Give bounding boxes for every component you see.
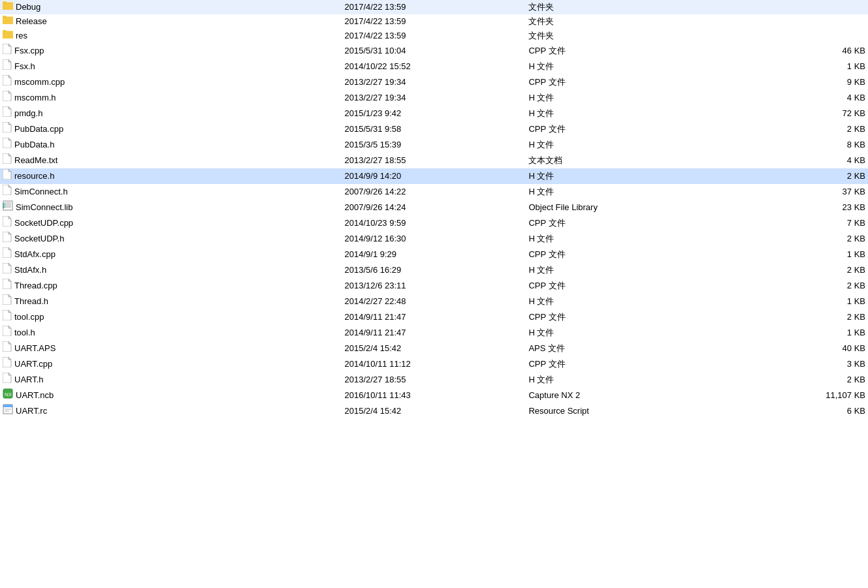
file-name: Debug [0,0,342,14]
file-type: CPP 文件 [526,215,736,231]
file-date: 2017/4/22 13:59 [342,0,526,14]
file-name: PubData.cpp [0,121,342,137]
table-row[interactable]: PubData.cpp 2015/5/31 9:58 CPP 文件 2 KB [0,121,868,137]
file-name: UART.APS [0,341,342,356]
file-date: 2014/2/27 22:48 [342,294,526,309]
table-row[interactable]: StdAfx.cpp 2014/9/1 9:29 CPP 文件 1 KB [0,247,868,262]
file-date: 2017/4/22 13:59 [342,29,526,43]
file-date: 2014/9/1 9:29 [342,247,526,262]
table-row[interactable]: SocketUDP.cpp 2014/10/23 9:59 CPP 文件 7 K… [0,215,868,231]
file-name: resource.h [0,168,342,184]
table-row[interactable]: UART.h 2013/2/27 18:55 H 文件 2 KB [0,372,868,388]
file-date: 2014/10/23 9:59 [342,215,526,231]
file-size: 2 KB [737,121,868,137]
file-date: 2014/9/12 16:30 [342,231,526,247]
file-size [737,29,868,43]
file-name: Fsx.cpp [0,43,342,59]
table-row[interactable]: PubData.h 2015/3/5 15:39 H 文件 8 KB [0,137,868,153]
file-icon [3,310,12,324]
table-row[interactable]: pmdg.h 2015/1/23 9:42 H 文件 72 KB [0,106,868,121]
file-type: 文本文档 [526,153,736,168]
table-row[interactable]: tool.cpp 2014/9/11 21:47 CPP 文件 2 KB [0,309,868,325]
file-type: 文件夹 [526,29,736,43]
file-type: H 文件 [526,59,736,74]
file-size: 1 KB [737,325,868,341]
file-type: CPP 文件 [526,278,736,294]
file-icon [3,357,12,371]
table-row[interactable]: StdAfx.h 2013/5/6 16:29 H 文件 2 KB [0,262,868,278]
file-date: 2017/4/22 13:59 [342,14,526,29]
file-type: CPP 文件 [526,309,736,325]
table-row[interactable]: ReadMe.txt 2013/2/27 18:55 文本文档 4 KB [0,153,868,168]
file-date: 2014/9/9 14:20 [342,168,526,184]
file-type: APS 文件 [526,341,736,356]
file-name: StdAfx.cpp [0,247,342,262]
table-row[interactable]: SocketUDP.h 2014/9/12 16:30 H 文件 2 KB [0,231,868,247]
file-type: CPP 文件 [526,43,736,59]
file-size: 1 KB [737,294,868,309]
file-name: UART.cpp [0,356,342,372]
file-icon [3,153,12,168]
file-icon [3,216,12,230]
file-size: 23 KB [737,200,868,215]
file-date: 2013/2/27 18:55 [342,153,526,168]
table-row[interactable]: resource.h 2014/9/9 14:20 H 文件 2 KB [0,168,868,184]
file-icon [3,15,13,28]
table-row[interactable]: Fsx.cpp 2015/5/31 10:04 CPP 文件 46 KB [0,43,868,59]
file-date: 2013/2/27 19:34 [342,90,526,106]
table-row[interactable]: SimConnect.lib 2007/9/26 14:24 Object Fi… [0,200,868,215]
file-icon [3,341,12,356]
file-size: 2 KB [737,372,868,388]
table-row[interactable]: Debug 2017/4/22 13:59 文件夹 [0,0,868,14]
file-size: 8 KB [737,137,868,153]
file-date: 2013/2/27 18:55 [342,372,526,388]
file-icon [3,232,12,246]
file-icon [3,122,12,136]
table-row[interactable]: mscomm.cpp 2013/2/27 19:34 CPP 文件 9 KB [0,74,868,90]
table-row[interactable]: res 2017/4/22 13:59 文件夹 [0,29,868,43]
file-icon [3,106,12,121]
table-row[interactable]: UART.cpp 2014/10/11 11:12 CPP 文件 3 KB [0,356,868,372]
file-icon [3,1,13,14]
file-name: SocketUDP.cpp [0,215,342,231]
file-type: Resource Script [526,403,736,419]
file-date: 2015/2/4 15:42 [342,341,526,356]
file-type: 文件夹 [526,0,736,14]
file-size: 11,107 KB [737,388,868,403]
file-date: 2015/5/31 10:04 [342,43,526,59]
file-size: 2 KB [737,309,868,325]
file-type: CPP 文件 [526,247,736,262]
file-name: StdAfx.h [0,262,342,278]
table-row[interactable]: Fsx.h 2014/10/22 15:52 H 文件 1 KB [0,59,868,74]
file-name: res [0,29,342,43]
file-size: 2 KB [737,231,868,247]
file-date: 2015/1/23 9:42 [342,106,526,121]
file-size: 72 KB [737,106,868,121]
file-date: 2015/5/31 9:58 [342,121,526,137]
file-name: NX UART.ncb [0,388,342,403]
file-name: SimConnect.h [0,184,342,200]
file-icon [3,326,12,340]
file-name: mscomm.h [0,90,342,106]
file-type: H 文件 [526,294,736,309]
table-row[interactable]: SimConnect.h 2007/9/26 14:22 H 文件 37 KB [0,184,868,200]
table-row[interactable]: Thread.cpp 2013/12/6 23:11 CPP 文件 2 KB [0,278,868,294]
file-type: H 文件 [526,137,736,153]
table-row[interactable]: tool.h 2014/9/11 21:47 H 文件 1 KB [0,325,868,341]
table-row[interactable]: Thread.h 2014/2/27 22:48 H 文件 1 KB [0,294,868,309]
file-icon [3,59,12,74]
file-date: 2014/9/11 21:47 [342,325,526,341]
table-row[interactable]: UART.rc 2015/2/4 15:42 Resource Script 6… [0,403,868,419]
file-name: pmdg.h [0,106,342,121]
table-row[interactable]: UART.APS 2015/2/4 15:42 APS 文件 40 KB [0,341,868,356]
file-size [737,0,868,14]
file-type: H 文件 [526,90,736,106]
file-name: UART.h [0,372,342,388]
file-icon [3,91,12,105]
file-icon [3,247,12,262]
table-row[interactable]: Release 2017/4/22 13:59 文件夹 [0,14,868,29]
file-date: 2015/3/5 15:39 [342,137,526,153]
table-row[interactable]: mscomm.h 2013/2/27 19:34 H 文件 4 KB [0,90,868,106]
file-icon [3,138,12,152]
table-row[interactable]: NX UART.ncb 2016/10/11 11:43 Capture NX … [0,388,868,403]
